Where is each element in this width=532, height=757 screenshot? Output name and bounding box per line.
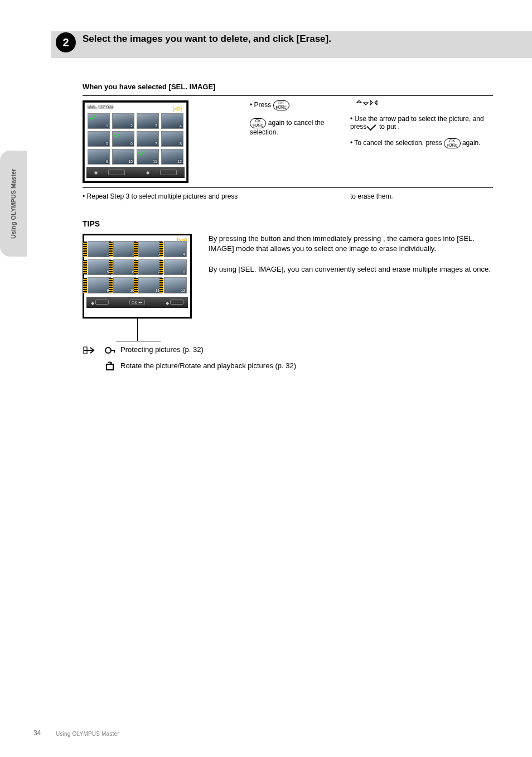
svg-rect-7	[107, 364, 113, 370]
thumbnail: 2	[113, 241, 137, 257]
svg-point-4	[105, 348, 111, 353]
right-text-3: .	[398, 123, 399, 131]
row2-right: to erase them.	[350, 192, 493, 200]
thumbnail: 7	[137, 131, 159, 147]
row2-text-a: • Repeat Step 3 to select multiple pictu…	[83, 192, 238, 200]
row1-left: SEL. IMAGE [xD] 1 2 3 4 5 6 7 8 9 10 11	[83, 100, 250, 183]
tips-heading-wrapper: TIPS	[83, 219, 493, 228]
thumbnail: 8	[161, 131, 183, 147]
tips-text-1a: By pressing the	[209, 234, 260, 243]
cs1-bottom-bar: ◆◆	[86, 167, 185, 178]
protect-key-icon	[104, 345, 116, 357]
thumbnail: 5	[88, 259, 111, 276]
tips-text-1b: button and then immediately pressing	[260, 234, 383, 243]
page-number: 34	[33, 729, 41, 737]
check-icon	[113, 131, 120, 137]
cs1-title: SEL. IMAGE	[88, 104, 113, 109]
note-text-1: Protecting pictures (p. 32)	[120, 345, 493, 354]
ok-func-button-icon: OKFUNC	[273, 100, 289, 110]
thumbnail: 10	[112, 149, 134, 165]
thumbnail: 3	[137, 113, 159, 129]
thumbnail: 12	[161, 149, 183, 165]
mid-text-1: • Press	[250, 101, 273, 109]
section-heading: When you have selected [SEL. IMAGE]	[83, 83, 493, 91]
check-icon	[89, 113, 95, 119]
cs1-thumb-grid: 1 2 3 4 5 6 7 8 9 10 11 12	[86, 113, 185, 165]
thumbnail: 7	[138, 259, 162, 276]
svg-marker-1	[364, 103, 368, 105]
note-row-2: Rotate the picture/Rotate and playback p…	[83, 361, 493, 373]
thumbnail: 4	[164, 241, 187, 257]
thumbnail: 9	[88, 149, 110, 165]
row1-mid: • Press OKFUNC OKFUNC again to cancel th…	[250, 100, 350, 136]
thumbnail: 9	[88, 277, 111, 293]
row1-right: • Use the arrow pad to select the pictur…	[350, 100, 493, 148]
thumbnail: 1	[88, 241, 111, 257]
tips-text-2: By using [SEL. IMAGE], you can convenien…	[209, 265, 491, 273]
thumbnail: 1	[88, 113, 110, 129]
svg-marker-0	[357, 100, 361, 103]
tips-text: By pressing the button and then immediat…	[209, 234, 493, 274]
note-text-2: Rotate the picture/Rotate and playback p…	[120, 361, 493, 370]
thumbnail: 4	[161, 113, 183, 129]
thumbnail: 6	[113, 259, 137, 276]
thumbnail: 6	[112, 131, 134, 147]
cs2-bottom-bar: ◆ OK◂▸ ◆	[86, 297, 188, 308]
arrow-pad-icon	[350, 100, 400, 115]
right-text-2: to put	[379, 123, 398, 131]
reference-icon	[83, 345, 99, 358]
camera-screen-1: SEL. IMAGE [xD] 1 2 3 4 5 6 7 8 9 10 11	[83, 100, 188, 183]
ok-go-indicator: OK◂▸	[129, 300, 145, 305]
note-row-1: Protecting pictures (p. 32)	[83, 345, 493, 358]
step-body: When you have selected [SEL. IMAGE] SEL.…	[83, 83, 493, 373]
step-title: Select the images you want to delete, an…	[83, 33, 493, 45]
cross-reference-block: Protecting pictures (p. 32) Rotate the p…	[83, 345, 493, 373]
thumbnail: 11	[138, 277, 162, 293]
svg-marker-2	[370, 100, 373, 105]
tips-body: [xD] 1 2 3 4 5 6 7 8 9 10 11 12	[83, 234, 493, 319]
tips-heading: TIPS	[83, 219, 493, 228]
svg-marker-3	[375, 100, 377, 105]
instruction-row-2: • Repeat Step 3 to select multiple pictu…	[83, 187, 493, 205]
ok-func-button-icon: OKFUNC	[250, 118, 266, 128]
side-tab: Using OLYMPUS Master	[0, 151, 27, 257]
tips-screen-wrap: [xD] 1 2 3 4 5 6 7 8 9 10 11 12	[83, 234, 192, 319]
thumbnail: 3	[138, 241, 162, 257]
instruction-row-1: SEL. IMAGE [xD] 1 2 3 4 5 6 7 8 9 10 11	[83, 95, 493, 187]
thumbnail: 5	[88, 131, 110, 147]
check-icon	[138, 148, 144, 155]
row2-left: • Repeat Step 3 to select multiple pictu…	[83, 192, 250, 200]
svg-rect-6	[114, 350, 115, 353]
camera-screen-2: [xD] 1 2 3 4 5 6 7 8 9 10 11 12	[83, 234, 192, 319]
thumbnail: 2	[112, 113, 134, 129]
row2-text-b: to erase them.	[350, 192, 393, 200]
thumbnail: 10	[113, 277, 137, 293]
right-text-4: • To cancel the selection, press	[350, 139, 444, 147]
rotate-icon	[104, 361, 116, 373]
thumbnail: 11	[137, 149, 159, 165]
thumbnail: 8	[164, 259, 187, 276]
leader-line-h	[116, 341, 161, 341]
right-text-5: again.	[462, 139, 481, 147]
ok-func-button-icon: OKFUNC	[444, 138, 460, 148]
cs2-thumb-grid: 1 2 3 4 5 6 7 8 9 10 11 12	[86, 238, 188, 293]
leader-line	[137, 319, 138, 341]
thumbnail: 12	[164, 277, 187, 293]
page-content: Select the images you want to delete, an…	[51, 31, 493, 377]
footer-chapter-title: Using OLYMPUS Master	[56, 731, 119, 737]
